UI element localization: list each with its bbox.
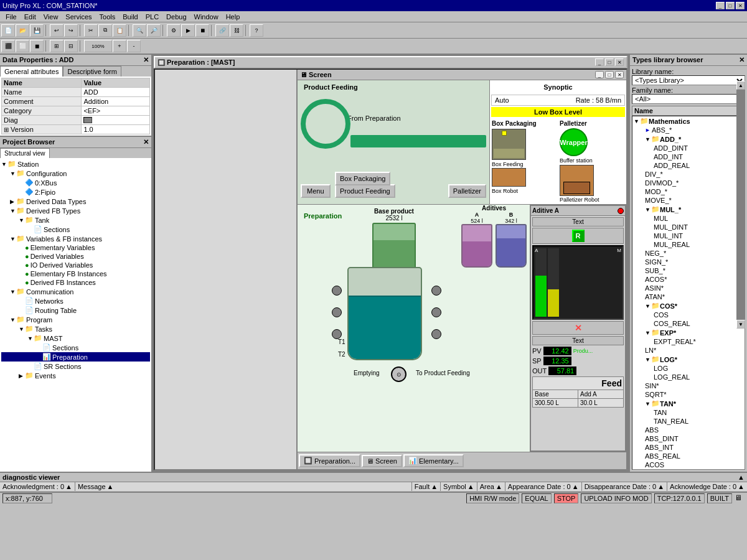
- lib-log-star[interactable]: ▼ 📁 LOG*: [632, 355, 745, 364]
- tb2-btn7[interactable]: +: [113, 40, 126, 52]
- pb-item-dfbt[interactable]: ▼ 📁 Derived FB Types: [1, 206, 150, 215]
- pb-item-routing[interactable]: 📄 Routing Table: [1, 306, 150, 315]
- lib-add-real[interactable]: ADD_REAL: [632, 161, 745, 170]
- lib-move[interactable]: MOVE_*: [632, 196, 745, 205]
- pb-item-sections2[interactable]: 📄 Sections: [1, 343, 150, 352]
- lib-mul-int[interactable]: MUL_INT: [632, 231, 745, 240]
- lib-abs-star[interactable]: ► ABS_*: [632, 126, 745, 134]
- tb2-btn4[interactable]: ⊞: [50, 40, 63, 52]
- tl-scrollbar[interactable]: ▲ ▼: [736, 81, 745, 330]
- lib-abs-int[interactable]: ABS_INT: [632, 443, 745, 452]
- lib-mul-star[interactable]: ▼ 📁 MUL_*: [632, 205, 745, 214]
- screen-close[interactable]: ✕: [615, 71, 624, 78]
- menu-plc[interactable]: PLC: [143, 12, 162, 21]
- lib-log[interactable]: LOG: [632, 364, 745, 373]
- pb-item-events[interactable]: ▶ 📁 Events: [1, 371, 150, 380]
- lib-abs[interactable]: ABS: [632, 426, 745, 434]
- tl-close-icon[interactable]: ✕: [739, 56, 745, 64]
- diag-col-appear[interactable]: Appearance Date : 0 ▲: [505, 482, 582, 491]
- dp-close-icon[interactable]: ✕: [143, 56, 149, 64]
- lib-add-star[interactable]: ▼ 📁 ADD_*: [632, 134, 745, 144]
- lib-acos2[interactable]: ACOS: [632, 460, 745, 469]
- pb-item-tank[interactable]: ▼ 📁 Tank: [1, 215, 150, 225]
- lib-cos[interactable]: COS: [632, 310, 745, 319]
- pb-item-io-vars[interactable]: ● IO Derived Variables: [1, 261, 150, 269]
- tb-cut[interactable]: ✂: [84, 24, 98, 37]
- tb2-btn8[interactable]: -: [127, 40, 141, 52]
- valve-4[interactable]: [431, 286, 441, 296]
- tb-build[interactable]: ⚙: [167, 24, 181, 37]
- pb-item-derived-vars[interactable]: ● Derived Variables: [1, 252, 150, 261]
- lib-tan-star[interactable]: ▼ 📁 TAN*: [632, 399, 745, 408]
- lib-sqrt[interactable]: SQRT*: [632, 390, 745, 399]
- pb-item-networks[interactable]: 📄 Networks: [1, 296, 150, 306]
- tb-copy[interactable]: ⧉: [98, 24, 112, 37]
- tb-undo[interactable]: ↩: [50, 24, 63, 37]
- dp-tab-descriptive[interactable]: Descriptive form: [63, 66, 121, 77]
- prep-minimize[interactable]: _: [595, 58, 604, 66]
- pb-item-fipio[interactable]: 🔷 2:Fipio: [1, 187, 150, 197]
- lib-sin[interactable]: SIN*: [632, 381, 745, 390]
- screen-tab[interactable]: 🖥 Screen: [362, 455, 402, 467]
- lib-cos-star[interactable]: ▼ 📁 COS*: [632, 301, 745, 310]
- valve-1[interactable]: [332, 286, 342, 296]
- diag-col-sym[interactable]: Symbol ▲: [441, 482, 477, 491]
- diag-col-disappear[interactable]: Disappearance Date : 0 ▲: [582, 482, 667, 491]
- pb-item-station[interactable]: ▼ 📁 Station: [1, 159, 150, 169]
- menu-file[interactable]: File: [2, 12, 20, 21]
- pb-item-dfb-inst[interactable]: ● Derived FB Instances: [1, 278, 150, 287]
- pb-item-ddt[interactable]: ▶ 📁 Derived Data Types: [1, 197, 150, 206]
- tb2-btn1[interactable]: ⬛: [1, 40, 15, 52]
- lib-mod[interactable]: MOD_*: [632, 187, 745, 196]
- lib-add-dint[interactable]: ADD_DINT: [632, 144, 745, 152]
- lib-tan[interactable]: TAN: [632, 408, 745, 417]
- lib-acos-real[interactable]: ACOS_REAL: [632, 469, 745, 470]
- tb2-btn3[interactable]: ◼: [30, 40, 44, 52]
- palletizer-btn[interactable]: Palletizer: [448, 184, 486, 198]
- pb-item-program[interactable]: ▼ 📁 Program: [1, 315, 150, 324]
- pb-item-tasks[interactable]: ▼ 📁 Tasks: [1, 324, 150, 334]
- lib-math[interactable]: ▼ 📁 Mathematics: [632, 116, 745, 126]
- lib-abs-real[interactable]: ABS_REAL: [632, 452, 745, 460]
- lib-log-real[interactable]: LOG_REAL: [632, 373, 745, 381]
- tb-help[interactable]: ?: [250, 24, 263, 37]
- lib-cos-real[interactable]: COS_REAL: [632, 319, 745, 328]
- prep-close[interactable]: ✕: [615, 58, 624, 66]
- r-button[interactable]: R: [572, 230, 585, 242]
- valve-6[interactable]: [431, 329, 441, 339]
- lib-mul[interactable]: MUL: [632, 214, 745, 223]
- tb2-btn6[interactable]: 100%: [84, 40, 112, 52]
- lib-sub[interactable]: SUB_*: [632, 266, 745, 275]
- lib-abs-dint[interactable]: ABS_DINT: [632, 434, 745, 443]
- pb-item-config[interactable]: ▼ 📁 Configuration: [1, 169, 150, 178]
- prep-tab[interactable]: 🔲 Preparation...: [299, 454, 360, 467]
- pb-item-sr-sections[interactable]: 📄 SR Sections: [1, 362, 150, 371]
- pb-item-xbus[interactable]: 🔷 0:XBus: [1, 178, 150, 187]
- screen-min[interactable]: _: [595, 71, 604, 78]
- minimize-btn[interactable]: _: [716, 2, 725, 9]
- diag-col-ack-date[interactable]: Acknowledge Date : 0 ▲: [667, 482, 747, 491]
- menu-help[interactable]: Help: [223, 12, 243, 21]
- diag-col-area[interactable]: Area ▲: [477, 482, 505, 491]
- maximize-btn[interactable]: □: [726, 2, 735, 9]
- lib-sign[interactable]: SIGN_*: [632, 258, 745, 266]
- lib-mul-dint[interactable]: MUL_DINT: [632, 223, 745, 231]
- tl-library-select[interactable]: <Types Library>: [632, 75, 745, 85]
- diag-col-ack[interactable]: Acknowledgment : 0 ▲: [0, 482, 75, 491]
- pb-item-preparation[interactable]: 📊 Preparation: [1, 352, 150, 362]
- tb-open[interactable]: 📂: [16, 24, 29, 37]
- pb-tab-structural[interactable]: Structural view: [0, 148, 50, 158]
- lib-mul-real[interactable]: MUL_REAL: [632, 240, 745, 249]
- diag-col-msg[interactable]: Message ▲: [75, 482, 412, 491]
- lib-expt[interactable]: EXPT_REAL*: [632, 337, 745, 346]
- lib-atan[interactable]: ATAN*: [632, 292, 745, 301]
- lib-ln[interactable]: LN*: [632, 346, 745, 355]
- tb-stop[interactable]: ⏹: [195, 24, 209, 37]
- menu-services[interactable]: Services: [62, 12, 95, 21]
- dp-tab-general[interactable]: General attributes: [0, 66, 63, 77]
- lib-asin[interactable]: ASIN*: [632, 284, 745, 292]
- pb-item-elem-vars[interactable]: ● Elementary Variables: [1, 243, 150, 252]
- menu-debug[interactable]: Debug: [163, 12, 189, 21]
- menu-view[interactable]: View: [40, 12, 62, 21]
- menu-btn[interactable]: Menu: [301, 184, 331, 198]
